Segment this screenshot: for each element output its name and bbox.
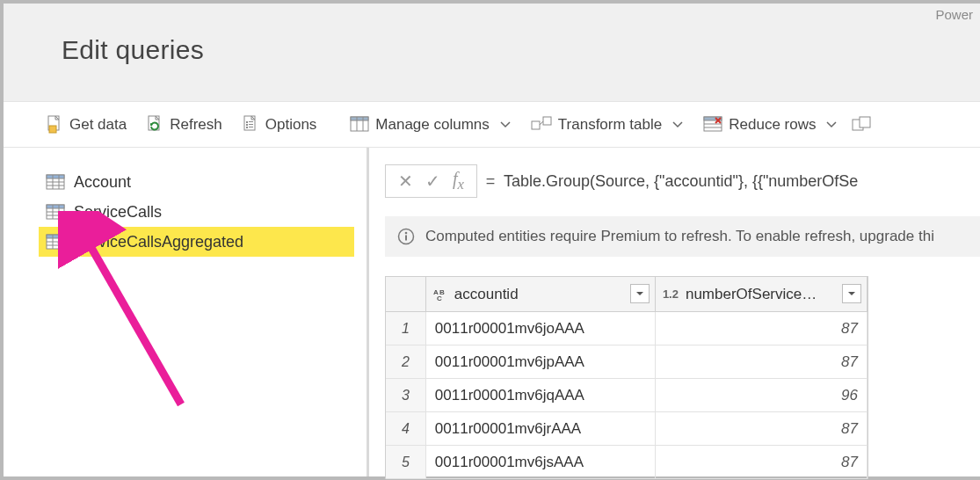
cell-numberofservicec: 87 (656, 446, 867, 478)
query-label: ServiceCalls (74, 203, 162, 222)
table-row[interactable]: 3 0011r00001mv6jqAAA 96 (386, 379, 867, 412)
cell-accountid: 0011r00001mv6jsAAA (426, 446, 656, 478)
chevron-down-icon (499, 119, 512, 131)
cell-accountid: 0011r00001mv6jrAAA (426, 412, 656, 445)
table-row[interactable]: 5 0011r00001mv6jsAAA 87 (386, 446, 867, 479)
svg-rect-6 (246, 127, 248, 128)
svg-rect-15 (543, 117, 551, 125)
caret-down-icon (635, 289, 644, 298)
column-filter-button[interactable] (630, 284, 650, 303)
decimal-type-icon: 1.2 (663, 287, 679, 301)
table-row[interactable]: 4 0011r00001mv6jrAAA 87 (386, 412, 867, 446)
reduce-rows-icon (703, 116, 722, 134)
chevron-down-icon (671, 119, 684, 131)
row-number: 5 (386, 446, 426, 478)
query-label: ServiceCallsAggregated (74, 233, 243, 251)
reduce-rows-button[interactable]: Reduce rows (696, 113, 845, 137)
query-item-servicecalls[interactable]: ServiceCalls (39, 197, 354, 227)
cell-numberofservicec: 87 (656, 412, 867, 445)
svg-rect-11 (351, 117, 368, 120)
column-header-accountid[interactable]: ABC accountid (426, 277, 656, 311)
cell-accountid: 0011r00001mv6joAAA (426, 312, 656, 345)
formula-equals: = (477, 172, 504, 191)
svg-rect-31 (47, 205, 64, 208)
svg-rect-37 (47, 235, 64, 238)
svg-text:C: C (437, 295, 442, 302)
app-brand: Power (935, 7, 973, 22)
main: ✕ ✓ fx = Table.Group(Source, {"accountid… (369, 148, 980, 476)
options-button[interactable]: Options (235, 112, 324, 138)
svg-rect-25 (47, 175, 64, 178)
get-data-button[interactable]: Get data (39, 112, 134, 138)
page-title: Edit queries (4, 4, 980, 65)
svg-rect-23 (860, 117, 870, 127)
page-add-icon (46, 115, 63, 135)
data-table: ABC accountid 1.2 numberOfServiceC... (385, 276, 868, 479)
table-row[interactable]: 2 0011r00001mv6jpAAA 87 (386, 345, 867, 379)
svg-rect-5 (246, 124, 248, 126)
svg-rect-9 (249, 127, 253, 127)
column-filter-button[interactable] (842, 284, 861, 303)
svg-rect-1 (49, 126, 56, 133)
cell-accountid: 0011r00001mv6jqAAA (426, 379, 656, 411)
formula-code[interactable]: Table.Group(Source, {"accountid"}, {{"nu… (504, 172, 980, 191)
row-number: 1 (386, 312, 426, 345)
query-item-account[interactable]: Account (39, 167, 354, 197)
fx-icon[interactable]: fx (453, 169, 464, 193)
column-header-numberofservicec[interactable]: 1.2 numberOfServiceC... (656, 277, 867, 311)
accept-formula-icon[interactable]: ✓ (425, 171, 440, 192)
cell-numberofservicec: 87 (656, 312, 867, 345)
svg-rect-7 (249, 121, 253, 122)
svg-rect-8 (249, 124, 253, 125)
sidebar: Account ServiceCalls ServiceCallsAggrega… (4, 148, 369, 476)
row-number: 2 (386, 345, 426, 378)
svg-rect-14 (532, 121, 540, 129)
combine-icon (852, 116, 871, 134)
info-banner: Computed entities require Premium to ref… (385, 216, 980, 257)
toolbar: Get data Refresh Options Manage columns … (4, 102, 980, 148)
caret-down-icon (847, 289, 856, 298)
info-text: Computed entities require Premium to ref… (425, 228, 934, 245)
svg-point-42 (62, 244, 65, 248)
options-icon (242, 115, 259, 135)
refresh-icon (146, 115, 163, 135)
columns-icon (350, 116, 369, 134)
row-number-header (386, 277, 426, 311)
table-icon (46, 204, 65, 220)
svg-point-45 (405, 232, 408, 235)
computed-table-icon (46, 234, 65, 250)
query-label: Account (74, 173, 131, 192)
cancel-formula-icon[interactable]: ✕ (398, 171, 413, 192)
cell-accountid: 0011r00001mv6jpAAA (426, 345, 656, 378)
info-icon (397, 228, 415, 245)
cell-numberofservicec: 87 (656, 345, 867, 378)
cell-numberofservicec: 96 (656, 379, 867, 411)
transform-icon (531, 116, 552, 134)
table-row[interactable]: 1 0011r00001mv6joAAA 87 (386, 312, 867, 345)
refresh-button[interactable]: Refresh (139, 112, 229, 138)
transform-table-button[interactable]: Transform table (524, 113, 691, 137)
chevron-down-icon (825, 119, 838, 131)
text-type-icon: ABC (433, 287, 449, 302)
table-icon (46, 174, 65, 190)
row-number: 3 (386, 379, 426, 411)
formula-bar: ✕ ✓ fx = Table.Group(Source, {"accountid… (385, 164, 980, 199)
query-item-servicecallsaggregated[interactable]: ServiceCallsAggregated (39, 227, 354, 257)
more-button[interactable] (850, 113, 873, 137)
row-number: 4 (386, 412, 426, 445)
svg-rect-4 (246, 121, 248, 123)
svg-rect-46 (405, 236, 407, 241)
manage-columns-button[interactable]: Manage columns (343, 113, 518, 137)
svg-line-43 (84, 236, 181, 404)
